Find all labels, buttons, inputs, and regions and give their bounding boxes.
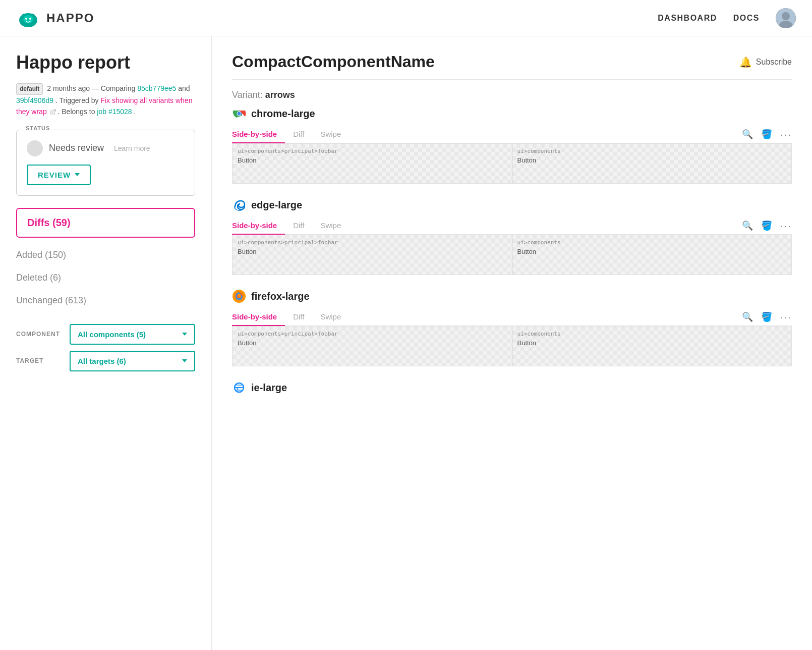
- edge-more-icon[interactable]: ···: [780, 220, 792, 232]
- chrome-zoom-in-icon[interactable]: 🔍: [742, 129, 753, 140]
- firefox-tabs-actions: 🔍 🪣 ···: [742, 311, 792, 323]
- hash2-link[interactable]: 39bf4906d9: [16, 96, 53, 104]
- nav-area: DASHBOARD DOCS: [658, 8, 796, 28]
- chrome-comparison-area: ui>components>principal>foobar Button ui…: [232, 143, 792, 184]
- target-filter-value: All targets (6): [78, 357, 126, 365]
- browser-ie-header: e ie-large: [232, 381, 792, 395]
- browser-chrome-name: chrome-large: [251, 108, 315, 120]
- browser-firefox-name: firefox-large: [251, 291, 310, 302]
- svg-point-12: [238, 112, 241, 116]
- svg-point-4: [25, 18, 27, 20]
- browser-firefox-header: firefox-large: [232, 289, 792, 303]
- firefox-tab-sidebyside[interactable]: Side-by-side: [232, 308, 285, 326]
- learn-more-link[interactable]: Learn more: [114, 144, 150, 152]
- logo-area: HAPPO: [16, 6, 94, 30]
- component-filter-select[interactable]: All components (5): [70, 324, 195, 345]
- browser-section-ie: e ie-large: [232, 381, 792, 395]
- external-link-icon: [50, 109, 56, 115]
- chrome-tabs-actions: 🔍 🪣 ···: [742, 129, 792, 140]
- ie-icon: e: [232, 381, 246, 395]
- subscribe-icon: 🔔: [739, 56, 752, 68]
- firefox-left-label: Button: [238, 339, 507, 347]
- component-filter-row: COMPONENT All components (5): [16, 324, 195, 345]
- unchanged-filter-item[interactable]: Unchanged (613): [16, 289, 195, 312]
- svg-text:e: e: [237, 386, 239, 391]
- component-filter-label: COMPONENT: [16, 331, 62, 338]
- firefox-icon: [232, 289, 246, 303]
- chrome-more-icon[interactable]: ···: [780, 129, 792, 140]
- status-indicator: [27, 140, 43, 156]
- browser-chrome-header: chrome-large: [232, 106, 792, 121]
- and-text: and: [178, 84, 190, 92]
- chrome-left-label: Button: [238, 156, 507, 164]
- subscribe-label: Subscribe: [756, 58, 792, 67]
- browser-edge-header: edge-large: [232, 198, 792, 212]
- app-header: HAPPO DASHBOARD DOCS: [0, 0, 812, 36]
- status-text: Needs review: [49, 143, 104, 153]
- deleted-label: Deleted (6): [16, 273, 61, 283]
- edge-icon: [232, 198, 246, 212]
- firefox-tab-swipe[interactable]: Swipe: [320, 308, 349, 326]
- edge-right-label: Button: [517, 248, 787, 255]
- firefox-more-icon[interactable]: ···: [780, 311, 792, 323]
- chrome-left-path: ui>components>principal>foobar: [238, 148, 507, 154]
- chrome-tab-sidebyside[interactable]: Side-by-side: [232, 126, 285, 143]
- time-ago: 2 months ago: [47, 84, 90, 92]
- status-row: Needs review Learn more: [27, 140, 185, 156]
- firefox-zoom-in-icon[interactable]: 🔍: [742, 311, 753, 322]
- chrome-comparison-left: ui>components>principal>foobar Button: [233, 144, 512, 183]
- firefox-comparison-area: ui>components>principal>foobar Button ui…: [232, 326, 792, 366]
- variant-prefix: Variant:: [232, 90, 263, 100]
- firefox-right-path: ui>components: [517, 331, 787, 337]
- chrome-tabs-row: Side-by-side Diff Swipe 🔍 🪣 ···: [232, 126, 792, 143]
- edge-comparison-right: ui>components Button: [512, 235, 792, 275]
- firefox-right-label: Button: [517, 339, 787, 347]
- review-button[interactable]: REVIEW: [27, 165, 91, 185]
- browser-section-chrome: chrome-large Side-by-side Diff Swipe 🔍 🪣…: [232, 106, 792, 184]
- added-label: Added (150): [16, 250, 66, 260]
- firefox-comparison-left: ui>components>principal>foobar Button: [233, 327, 512, 366]
- chrome-tab-swipe[interactable]: Swipe: [320, 126, 349, 143]
- belongs-text: . Belongs to: [57, 107, 95, 116]
- deleted-filter-item[interactable]: Deleted (6): [16, 266, 195, 289]
- edge-tab-diff[interactable]: Diff: [293, 217, 312, 235]
- variant-name: arrows: [265, 90, 295, 100]
- status-box: STATUS Needs review Learn more REVIEW: [16, 130, 195, 196]
- target-filter-select[interactable]: All targets (6): [70, 351, 195, 371]
- report-title: Happo report: [16, 52, 195, 73]
- edge-comparison-area: ui>components>principal>foobar Button ui…: [232, 235, 792, 275]
- edge-zoom-in-icon[interactable]: 🔍: [742, 220, 753, 231]
- component-filter-value: All components (5): [78, 330, 146, 339]
- edge-left-label: Button: [238, 248, 507, 255]
- target-filter-row: TARGET All targets (6): [16, 351, 195, 371]
- firefox-tab-diff[interactable]: Diff: [293, 308, 312, 326]
- added-filter-item[interactable]: Added (150): [16, 244, 195, 266]
- chrome-tab-diff[interactable]: Diff: [293, 126, 312, 143]
- job-link[interactable]: job #15028: [97, 107, 132, 116]
- firefox-paint-icon[interactable]: 🪣: [761, 311, 772, 322]
- edge-left-path: ui>components>principal>foobar: [238, 239, 507, 246]
- edge-right-path: ui>components: [517, 239, 787, 246]
- subscribe-button[interactable]: 🔔 Subscribe: [739, 56, 792, 68]
- browser-ie-name: ie-large: [251, 382, 287, 394]
- hash1-link[interactable]: 85cb779ee5: [137, 84, 176, 92]
- variant-label: Variant: arrows: [232, 90, 792, 100]
- edge-tab-sidebyside[interactable]: Side-by-side: [232, 217, 285, 235]
- user-avatar[interactable]: [776, 8, 796, 28]
- chrome-comparison-right: ui>components Button: [512, 144, 792, 183]
- logo-text: HAPPO: [46, 11, 94, 25]
- meta-info: default 2 months ago — Comparing 85cb779…: [16, 83, 195, 118]
- edge-tab-swipe[interactable]: Swipe: [320, 217, 349, 235]
- branch-badge: default: [16, 83, 43, 95]
- edge-paint-icon[interactable]: 🪣: [761, 220, 772, 231]
- chrome-paint-icon[interactable]: 🪣: [761, 129, 772, 140]
- diffs-filter-item[interactable]: Diffs (59): [16, 208, 195, 238]
- edge-tabs-actions: 🔍 🪣 ···: [742, 220, 792, 232]
- firefox-tabs-row: Side-by-side Diff Swipe 🔍 🪣 ···: [232, 308, 792, 326]
- nav-docs[interactable]: DOCS: [733, 14, 760, 23]
- browser-section-edge: edge-large Side-by-side Diff Swipe 🔍 🪣 ·…: [232, 198, 792, 275]
- main-layout: Happo report default 2 months ago — Comp…: [0, 36, 812, 650]
- nav-dashboard[interactable]: DASHBOARD: [658, 14, 717, 23]
- period: .: [134, 107, 136, 116]
- sidebar: Happo report default 2 months ago — Comp…: [0, 36, 212, 650]
